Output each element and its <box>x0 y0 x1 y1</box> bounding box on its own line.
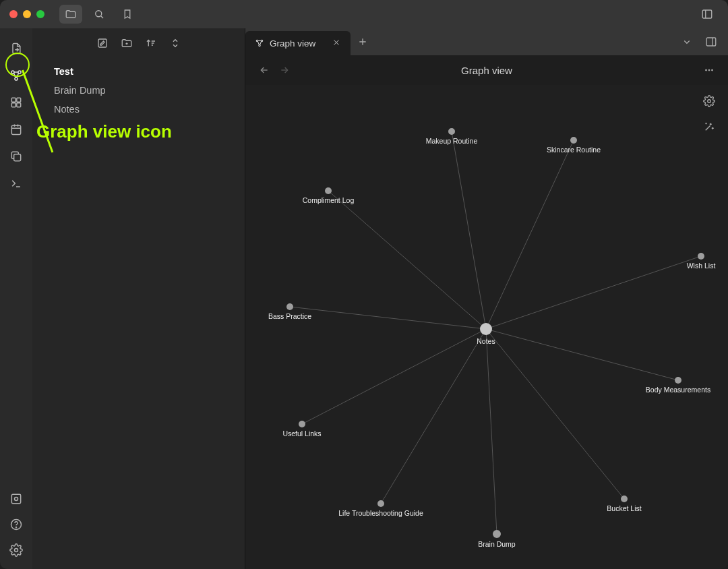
app-window: Test Brain Dump Notes Graph view icon Gr… <box>0 0 728 569</box>
graph-controls <box>700 92 719 136</box>
graph-node[interactable] <box>299 421 305 427</box>
ribbon-settings[interactable] <box>5 539 27 561</box>
grid-icon <box>9 96 23 109</box>
view-header: Graph view <box>245 55 728 85</box>
svg-rect-9 <box>11 125 20 134</box>
tab-title: Graph view <box>270 38 315 49</box>
tab-close-button[interactable] <box>332 38 341 49</box>
view-title: Graph view <box>461 65 512 76</box>
file-list: Test Brain Dump Notes <box>32 58 245 119</box>
ribbon-help[interactable] <box>5 514 27 535</box>
graph-node[interactable] <box>325 187 332 194</box>
graph-node[interactable] <box>493 530 501 538</box>
svg-point-2 <box>11 71 14 73</box>
search-icon <box>93 8 105 20</box>
graph-node-label: Bass Practice <box>268 312 311 320</box>
ribbon-quick-switcher[interactable] <box>5 38 27 59</box>
svg-point-23 <box>711 69 712 71</box>
svg-point-14 <box>16 527 17 528</box>
ribbon-canvas[interactable] <box>5 92 27 113</box>
graph-node-label: Notes <box>477 337 495 345</box>
svg-rect-7 <box>11 103 16 107</box>
svg-line-26 <box>328 191 486 329</box>
graph-node-label: Useful Links <box>282 429 321 438</box>
graph-node[interactable] <box>675 377 681 384</box>
graph-canvas[interactable]: Makeup RoutineSkincare RoutineCompliment… <box>245 85 728 569</box>
graph-view-icon <box>255 38 264 48</box>
ribbon-templates[interactable] <box>5 146 27 167</box>
close-icon <box>332 38 341 47</box>
vault-icon <box>9 492 23 506</box>
panel-right-icon <box>705 36 717 48</box>
svg-point-19 <box>259 44 260 46</box>
svg-rect-10 <box>14 154 21 161</box>
file-item[interactable]: Notes <box>32 100 245 119</box>
graph-node-label: Life Troubleshooting Guide <box>338 509 423 517</box>
ribbon-daily-note[interactable] <box>5 119 27 140</box>
new-folder-button[interactable] <box>118 34 135 52</box>
panel-left-icon <box>701 8 713 20</box>
nav-forward-button[interactable] <box>276 62 293 78</box>
ribbon-graph-view[interactable] <box>5 65 27 86</box>
vault-switcher-button[interactable] <box>59 5 82 24</box>
graph-node[interactable] <box>570 137 577 144</box>
gear-icon <box>9 543 23 557</box>
tab-dropdown-button[interactable] <box>677 32 697 52</box>
svg-line-28 <box>290 307 486 329</box>
tab-bar: Graph view <box>245 28 728 55</box>
svg-line-33 <box>486 329 497 534</box>
graph-node[interactable] <box>377 500 384 507</box>
ribbon-vault[interactable] <box>5 488 27 510</box>
sidebar-toggle-right[interactable] <box>701 32 721 52</box>
graph-node[interactable] <box>286 303 293 310</box>
view-more-button[interactable] <box>701 64 717 76</box>
window-close-button[interactable] <box>9 10 18 18</box>
graph-node[interactable] <box>448 128 455 135</box>
new-note-button[interactable] <box>94 34 111 52</box>
graph-view-icon <box>9 69 23 82</box>
svg-line-24 <box>452 131 486 329</box>
svg-rect-20 <box>706 38 716 46</box>
calendar-icon <box>9 123 23 136</box>
bookmark-icon <box>121 8 133 20</box>
new-tab-button[interactable] <box>351 28 375 55</box>
window-minimize-button[interactable] <box>23 10 31 18</box>
window-maximize-button[interactable] <box>36 10 44 18</box>
app-body: Test Brain Dump Notes Graph view icon Gr… <box>0 28 728 569</box>
pen-square-icon <box>96 37 109 49</box>
folder-icon <box>65 8 77 20</box>
arrow-right-icon <box>279 65 290 76</box>
svg-rect-1 <box>702 10 712 18</box>
graph-node-label: Makeup Routine <box>426 137 478 145</box>
collapse-button[interactable] <box>166 34 184 52</box>
nav-back-button[interactable] <box>256 62 272 78</box>
graph-svg: Makeup RoutineSkincare RoutineCompliment… <box>245 85 728 569</box>
svg-line-25 <box>486 140 574 329</box>
graph-node[interactable] <box>480 323 492 335</box>
plus-icon <box>357 36 368 47</box>
search-button[interactable] <box>88 5 111 24</box>
sort-icon <box>145 37 157 49</box>
svg-point-22 <box>708 69 710 71</box>
graph-node[interactable] <box>621 496 628 502</box>
help-icon <box>9 518 23 531</box>
graph-node-label: Skincare Routine <box>547 146 601 154</box>
ribbon-command-palette[interactable] <box>5 173 27 194</box>
svg-point-34 <box>708 100 711 103</box>
svg-line-29 <box>486 329 678 380</box>
titlebar <box>0 0 728 28</box>
file-item[interactable]: Brain Dump <box>32 81 245 100</box>
graph-node[interactable] <box>698 253 704 260</box>
svg-rect-8 <box>17 103 21 107</box>
tab-graph-view[interactable]: Graph view <box>245 31 351 55</box>
file-item[interactable]: Test <box>32 62 245 81</box>
svg-point-21 <box>705 69 706 71</box>
file-explorer-panel: Test Brain Dump Notes Graph view icon <box>32 28 245 569</box>
svg-line-27 <box>486 256 701 329</box>
graph-filter-button[interactable] <box>700 117 719 136</box>
sort-button[interactable] <box>142 34 160 52</box>
graph-settings-button[interactable] <box>700 92 719 111</box>
sidebar-toggle-left[interactable] <box>696 5 719 24</box>
file-explorer-toolbar <box>32 28 245 58</box>
bookmarks-button[interactable] <box>116 5 139 24</box>
